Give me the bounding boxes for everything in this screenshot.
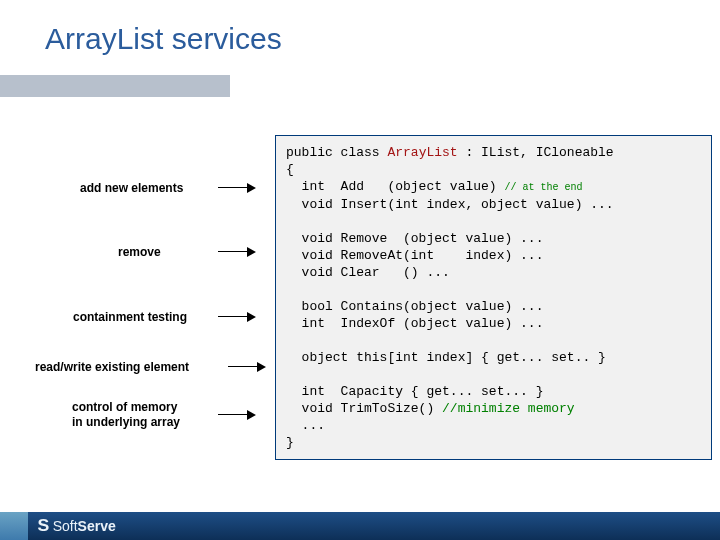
code-l1a: public class [286, 145, 387, 160]
title-accent-bar [0, 75, 230, 97]
logo-text-serve: Serve [78, 518, 116, 534]
code-l6: void Remove (object value) ... [286, 231, 543, 246]
code-l16a: void TrimToSize() [286, 401, 442, 416]
label-add: add new elements [80, 181, 183, 195]
code-l1c: : IList, ICloneable [458, 145, 614, 160]
footer-bar: S SoftServe [0, 512, 720, 540]
footer-logo: S SoftServe [38, 517, 116, 535]
code-l13: object this[int index] { get... set.. } [286, 350, 606, 365]
arrow-icon [228, 362, 268, 372]
arrow-icon [218, 410, 258, 420]
code-l7: void RemoveAt(int index) ... [286, 248, 543, 263]
code-l3a: int Add (object value) [286, 179, 504, 194]
label-readwrite: read/write existing element [35, 360, 189, 374]
code-comment-min: //minimize memory [442, 401, 575, 416]
arrow-icon [218, 247, 258, 257]
code-l18: } [286, 435, 294, 450]
label-memory-line2: in underlying array [72, 415, 180, 429]
code-comment-end: // at the end [504, 182, 582, 193]
slide-title: ArrayList services [45, 22, 282, 56]
code-l4: void Insert(int index, object value) ... [286, 197, 614, 212]
code-l17: ... [286, 418, 325, 433]
code-l15: int Capacity { get... set... } [286, 384, 543, 399]
label-memory-line1: control of memory [72, 400, 177, 414]
code-classname: ArrayList [387, 145, 457, 160]
label-remove: remove [118, 245, 161, 259]
logo-mark-icon: S [37, 517, 49, 535]
code-l10: bool Contains(object value) ... [286, 299, 543, 314]
code-listing: public class ArrayList : IList, ICloneab… [275, 135, 712, 460]
arrow-icon [218, 312, 258, 322]
code-l8: void Clear () ... [286, 265, 450, 280]
logo-text-soft: Soft [53, 518, 78, 534]
code-l11: int IndexOf (object value) ... [286, 316, 543, 331]
label-memory: control of memory in underlying array [72, 400, 180, 430]
arrow-icon [218, 183, 258, 193]
code-l2: { [286, 162, 294, 177]
footer-accent [0, 512, 28, 540]
label-containment: containment testing [73, 310, 187, 324]
